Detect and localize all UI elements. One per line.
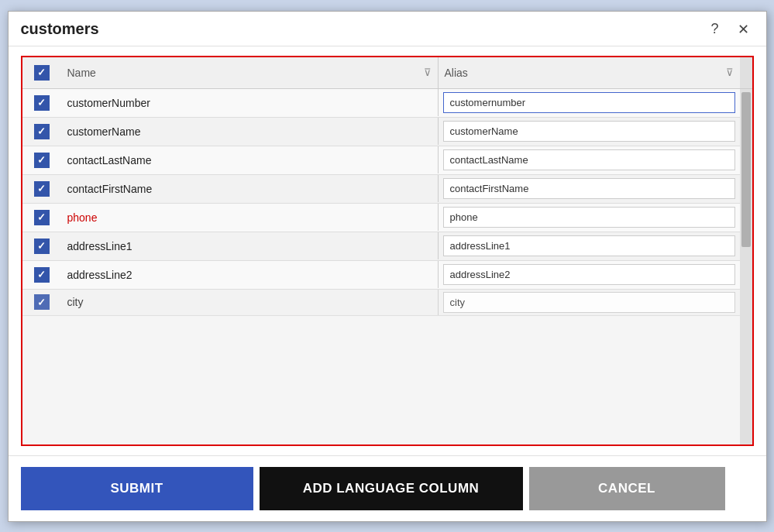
row-name: contactFirstName <box>61 177 438 201</box>
row-alias-cell <box>438 204 740 231</box>
rows-container: customerNumbercustomerNamecontactLastNam… <box>22 89 740 444</box>
row-alias-cell <box>438 89 740 116</box>
row-checkbox[interactable] <box>34 124 50 139</box>
row-checkbox[interactable] <box>34 294 50 310</box>
row-checkbox-cell <box>22 232 61 260</box>
row-checkbox-cell <box>22 89 61 117</box>
row-alias-cell <box>438 232 740 259</box>
dialog-body: Name ⊽ Alias ⊽ customerNumbercustomerNam… <box>9 46 766 455</box>
row-alias-cell <box>438 118 740 145</box>
dialog-footer: SUBMIT ADD LANGUAGE COLUMN CANCEL <box>9 455 766 521</box>
name-filter-icon[interactable]: ⊽ <box>424 67 432 78</box>
dialog-header: customers ? ✕ <box>9 12 766 46</box>
dialog-title: customers <box>21 20 99 38</box>
alias-input[interactable] <box>443 207 735 228</box>
help-button[interactable]: ? <box>706 19 723 39</box>
alias-input[interactable] <box>443 292 735 313</box>
scrollbar-header-spacer <box>740 57 752 88</box>
submit-button[interactable]: SUBMIT <box>21 467 253 510</box>
row-checkbox[interactable] <box>34 95 50 111</box>
header-checkbox-cell <box>22 57 61 88</box>
table-row: addressLine1 <box>22 232 740 261</box>
row-checkbox-cell <box>22 261 61 289</box>
row-checkbox[interactable] <box>34 267 50 283</box>
row-checkbox[interactable] <box>34 153 50 168</box>
add-language-column-button[interactable]: ADD LANGUAGE COLUMN <box>260 467 523 510</box>
table-row: contactLastName <box>22 146 740 175</box>
col-name-header: Name ⊽ <box>61 57 438 88</box>
row-name: customerNumber <box>61 91 438 115</box>
row-alias-cell <box>438 146 740 173</box>
table-row: customerNumber <box>22 89 740 118</box>
table-row: phone <box>22 204 740 232</box>
table-wrapper: Name ⊽ Alias ⊽ customerNumbercustomerNam… <box>21 56 754 446</box>
alias-input[interactable] <box>443 178 735 199</box>
row-alias-cell <box>438 175 740 202</box>
table-row: customerName <box>22 118 740 146</box>
row-name: addressLine2 <box>61 263 438 287</box>
customers-dialog: customers ? ✕ Name ⊽ Alias ⊽ <box>8 11 767 522</box>
table-row: contactFirstName <box>22 175 740 204</box>
alias-filter-icon[interactable]: ⊽ <box>726 67 734 78</box>
table-row: city <box>22 290 740 316</box>
col-name-label: Name <box>67 67 96 79</box>
row-checkbox-cell <box>22 146 61 174</box>
row-checkbox-cell <box>22 290 61 316</box>
row-alias-cell <box>438 290 740 316</box>
row-name: phone <box>61 205 438 230</box>
row-name: city <box>61 290 438 314</box>
row-checkbox-cell <box>22 204 61 232</box>
header-checkbox[interactable] <box>34 65 50 81</box>
alias-input[interactable] <box>443 92 735 113</box>
row-alias-cell <box>438 261 740 288</box>
row-checkbox[interactable] <box>34 181 50 197</box>
row-checkbox-cell <box>22 175 61 203</box>
alias-input[interactable] <box>443 121 735 142</box>
row-name: customerName <box>61 119 438 144</box>
row-name: addressLine1 <box>61 234 438 259</box>
table-header-row: Name ⊽ Alias ⊽ <box>22 57 752 89</box>
alias-input[interactable] <box>443 264 735 285</box>
col-alias-label: Alias <box>445 67 468 79</box>
alias-input[interactable] <box>443 235 735 256</box>
header-icons: ? ✕ <box>706 19 753 39</box>
row-checkbox-cell <box>22 118 61 146</box>
row-checkbox[interactable] <box>34 210 50 225</box>
cancel-button[interactable]: CANCEL <box>529 467 725 510</box>
col-alias-header: Alias ⊽ <box>438 57 740 88</box>
scrollbar-thumb[interactable] <box>741 92 751 247</box>
table-row: addressLine2 <box>22 261 740 290</box>
scrollbar[interactable] <box>740 89 752 444</box>
row-checkbox[interactable] <box>34 239 50 254</box>
alias-input[interactable] <box>443 149 735 170</box>
row-name: contactLastName <box>61 148 438 173</box>
close-button[interactable]: ✕ <box>733 19 754 39</box>
table-content: customerNumbercustomerNamecontactLastNam… <box>22 89 752 444</box>
